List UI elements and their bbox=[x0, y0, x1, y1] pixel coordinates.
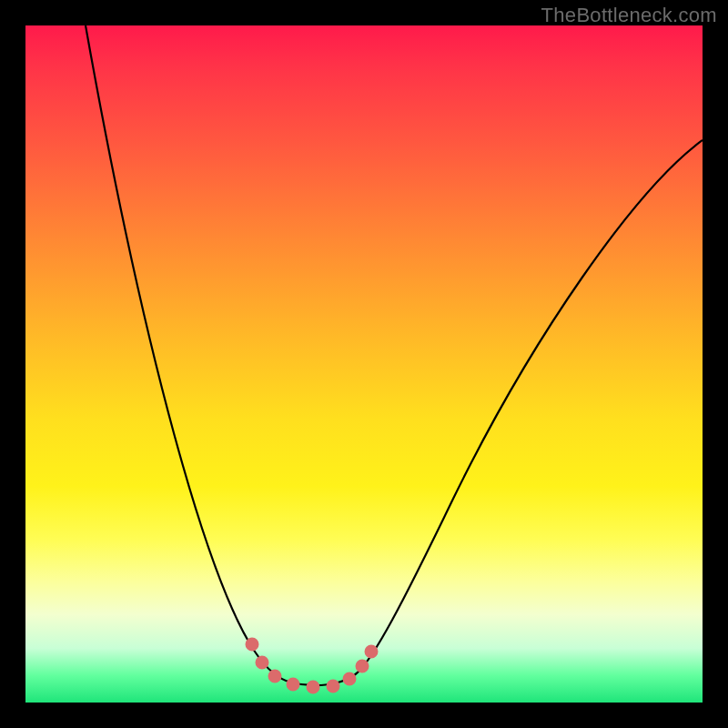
watermark-text: TheBottleneck.com bbox=[541, 4, 717, 27]
highlight-dots bbox=[252, 644, 371, 687]
chart-plot-area bbox=[25, 25, 703, 703]
chart-frame: TheBottleneck.com bbox=[0, 0, 728, 728]
chart-svg bbox=[25, 25, 703, 703]
bottleneck-curve bbox=[86, 25, 703, 685]
